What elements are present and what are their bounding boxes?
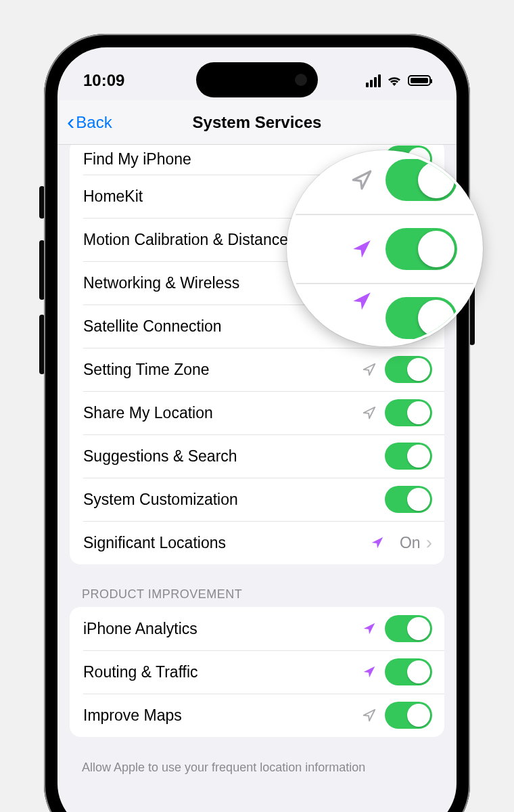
location-arrow-icon <box>370 535 385 550</box>
back-button[interactable]: ‹ Back <box>67 113 112 132</box>
location-arrow-icon <box>362 362 377 377</box>
location-arrow-icon <box>350 238 373 261</box>
battery-icon <box>408 75 431 86</box>
nav-bar: ‹ Back System Services <box>57 100 457 145</box>
location-arrow-icon <box>350 168 373 191</box>
group-header-product-improvement: PRODUCT IMPROVEMENT <box>82 587 432 602</box>
row-system-customization: System Customization <box>70 478 444 521</box>
row-iphone-analytics: iPhone Analytics <box>70 607 444 650</box>
row-suggestions-search: Suggestions & Search <box>70 434 444 478</box>
row-label: Find My iPhone <box>83 150 362 168</box>
toggle-suggestions-search[interactable] <box>385 443 432 470</box>
row-label: iPhone Analytics <box>83 620 362 638</box>
row-label: Share My Location <box>83 404 362 422</box>
toggle-setting-time-zone[interactable] <box>385 356 432 383</box>
chevron-left-icon: ‹ <box>67 113 74 129</box>
product-improvement-group: iPhone Analytics Routing & Traffic <box>70 607 444 737</box>
toggle-share-my-location[interactable] <box>385 399 432 426</box>
magnifier-callout <box>287 150 483 346</box>
phone-frame: 10:09 ‹ Back <box>44 34 470 812</box>
back-label: Back <box>76 113 112 132</box>
row-label: Suggestions & Search <box>83 447 385 466</box>
row-share-my-location: Share My Location <box>70 391 444 434</box>
row-significant-locations[interactable]: Significant Locations On › <box>70 521 444 564</box>
row-label: Routing & Traffic <box>83 663 362 681</box>
page-title: System Services <box>193 113 322 132</box>
dynamic-island <box>196 62 318 97</box>
location-arrow-icon <box>362 621 377 636</box>
toggle-iphone-analytics[interactable] <box>385 615 432 642</box>
row-value: On <box>400 534 421 552</box>
location-arrow-icon <box>362 405 377 420</box>
location-arrow-icon <box>362 664 377 679</box>
location-arrow-icon <box>362 708 377 723</box>
toggle-routing-traffic[interactable] <box>385 658 432 685</box>
group-footer-text: Allow Apple to use your frequent locatio… <box>82 760 432 775</box>
wifi-icon <box>386 74 402 87</box>
cellular-icon <box>366 74 381 87</box>
status-time: 10:09 <box>83 71 124 90</box>
location-arrow-icon <box>350 290 373 313</box>
row-setting-time-zone: Setting Time Zone <box>70 348 444 391</box>
toggle-improve-maps[interactable] <box>385 702 432 729</box>
chevron-right-icon: › <box>426 532 432 554</box>
magnifier-row <box>289 217 480 281</box>
row-label: Setting Time Zone <box>83 361 362 379</box>
row-label: Significant Locations <box>83 534 370 552</box>
row-label: System Customization <box>83 491 385 509</box>
row-routing-traffic: Routing & Traffic <box>70 650 444 694</box>
magnifier-toggle[interactable] <box>386 228 457 270</box>
row-label: Improve Maps <box>83 706 362 725</box>
row-improve-maps: Improve Maps <box>70 694 444 737</box>
toggle-system-customization[interactable] <box>385 486 432 513</box>
